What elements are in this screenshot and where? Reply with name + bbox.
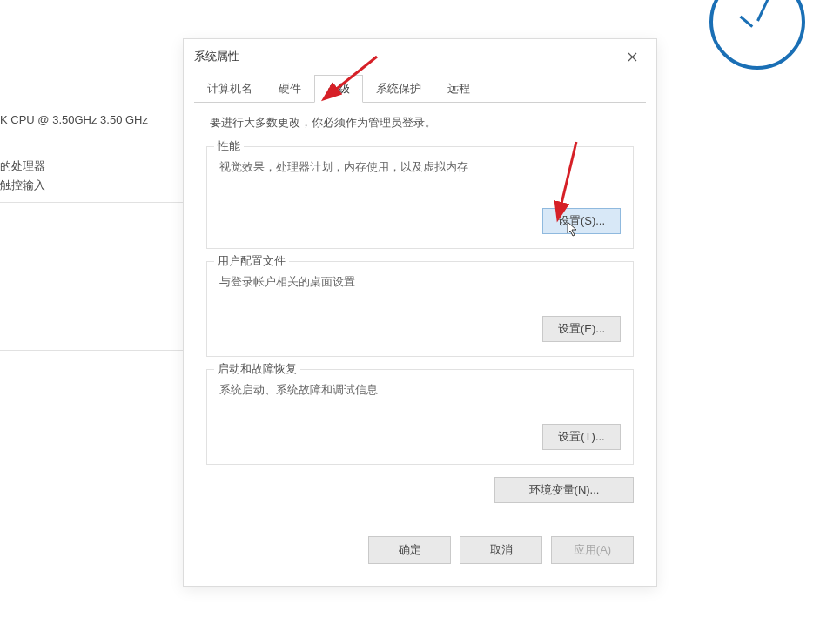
cancel-button[interactable]: 取消: [460, 536, 542, 564]
ok-button[interactable]: 确定: [368, 536, 451, 564]
tab-computer-name[interactable]: 计算机名: [194, 75, 265, 103]
environment-variables-button[interactable]: 环境变量(N)...: [494, 477, 634, 503]
tab-strip: 计算机名 硬件 高级 系统保护 远程: [184, 74, 656, 102]
touch-input-text: 触控输入: [0, 178, 45, 193]
apply-button[interactable]: 应用(A): [551, 536, 634, 564]
dialog-title: 系统属性: [194, 49, 239, 64]
close-icon: [628, 52, 637, 62]
titlebar: 系统属性: [184, 39, 656, 74]
group-user-profiles: 用户配置文件 与登录帐户相关的桌面设置 设置(E)...: [206, 261, 634, 357]
group-performance-title: 性能: [214, 138, 244, 154]
performance-settings-button[interactable]: 设置(S)...: [542, 208, 621, 234]
tab-panel: 要进行大多数更改，你必须作为管理员登录。 性能 视觉效果，处理器计划，内存使用，…: [194, 102, 646, 564]
group-performance-desc: 视觉效果，处理器计划，内存使用，以及虚拟内存: [219, 159, 621, 175]
tab-remote[interactable]: 远程: [434, 75, 483, 103]
clock-icon: [709, 0, 805, 70]
startup-recovery-settings-button[interactable]: 设置(T)...: [542, 424, 621, 450]
group-startup-recovery: 启动和故障恢复 系统启动、系统故障和调试信息 设置(T)...: [206, 369, 634, 465]
divider: [0, 350, 187, 351]
tab-hardware[interactable]: 硬件: [265, 75, 314, 103]
close-button[interactable]: [615, 44, 649, 70]
cpu-info-text: K CPU @ 3.50GHz 3.50 GHz: [0, 113, 148, 126]
group-user-profiles-title: 用户配置文件: [214, 253, 289, 269]
group-startup-recovery-title: 启动和故障恢复: [214, 361, 300, 377]
tab-advanced[interactable]: 高级: [314, 75, 363, 103]
user-profiles-settings-button[interactable]: 设置(E)...: [542, 316, 621, 342]
tab-system-protection[interactable]: 系统保护: [363, 75, 434, 103]
dialog-action-buttons: 确定 取消 应用(A): [194, 527, 646, 564]
divider: [0, 202, 187, 203]
processor-text: 的处理器: [0, 158, 45, 174]
group-user-profiles-desc: 与登录帐户相关的桌面设置: [219, 274, 621, 290]
group-startup-recovery-desc: 系统启动、系统故障和调试信息: [219, 382, 621, 398]
system-properties-dialog: 系统属性 计算机名 硬件 高级 系统保护 远程 要进行大多数更改，你必须作为管理…: [183, 38, 657, 587]
admin-required-text: 要进行大多数更改，你必须作为管理员登录。: [210, 115, 635, 131]
group-performance: 性能 视觉效果，处理器计划，内存使用，以及虚拟内存 设置(S)...: [206, 146, 634, 249]
